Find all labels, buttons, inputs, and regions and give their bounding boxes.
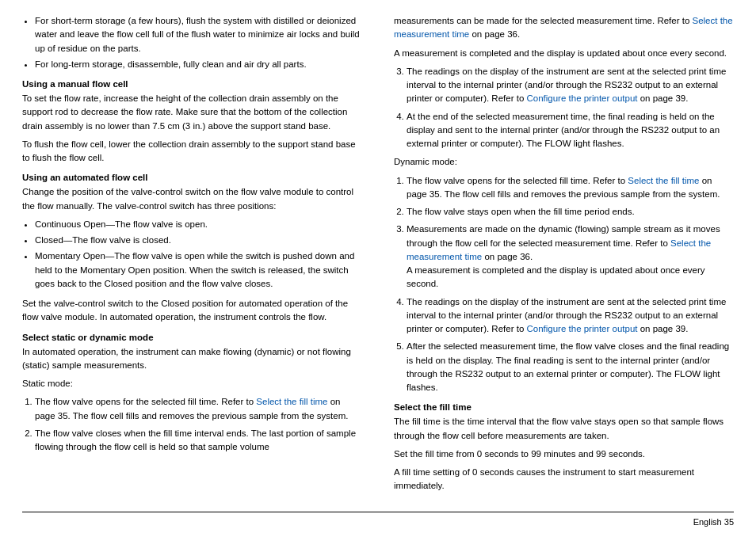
list-item-text: At the end of the selected measurement t… xyxy=(407,112,720,149)
static-mode-label: Static mode: xyxy=(22,377,362,390)
fill-time-heading: Select the fill time xyxy=(394,402,734,412)
list-item: The flow valve closes when the fill time… xyxy=(35,427,362,455)
section1-heading: Using a manual flow cell xyxy=(22,79,362,89)
configure-printer-link-2[interactable]: Configure the printer output xyxy=(526,324,637,333)
list-item: The readings on the display of the instr… xyxy=(407,65,734,106)
bullet-item: For short-term storage (a few hours), fl… xyxy=(35,14,362,55)
section2-heading: Using an automated flow cell xyxy=(22,173,362,182)
section1-para1: To set the flow rate, increase the heigh… xyxy=(22,92,362,133)
right-intro-text1: measurements can be made for the selecte… xyxy=(394,16,693,25)
section3-heading: Select static or dynamic mode xyxy=(22,333,362,342)
bullet-item: For long-term storage, disassemble, full… xyxy=(35,58,362,71)
list-item-text2: on page 36. xyxy=(482,252,533,261)
fill-time-para3: A fill time setting of 0 seconds causes … xyxy=(394,466,734,493)
fill-time-para2: Set the fill time from 0 seconds to 99 m… xyxy=(394,447,734,461)
page-footer: English 35 xyxy=(22,512,734,533)
list-item: Measurements are made on the dynamic (fl… xyxy=(407,223,734,291)
list-item: The flow valve stays open when the fill … xyxy=(407,205,734,219)
list-item: After the selected measurement time, the… xyxy=(407,340,734,394)
bullet-item: Closed—The flow valve is closed. xyxy=(35,234,362,247)
list-item-text: The flow valve stays open when the fill … xyxy=(407,207,635,216)
select-fill-time-link-2[interactable]: Select the fill time xyxy=(628,176,699,185)
list-item-text: The flow valve opens for the selected fi… xyxy=(407,176,628,185)
select-fill-time-link[interactable]: Select the fill time xyxy=(256,397,327,406)
page: For short-term storage (a few hours), fl… xyxy=(0,0,756,533)
list-item-text2: on page 39. xyxy=(638,324,689,333)
list-item: The readings on the display of the instr… xyxy=(407,295,734,337)
list-item-text: After the selected measurement time, the… xyxy=(407,341,729,392)
list-item-text: The flow valve closes when the fill time… xyxy=(35,428,356,451)
top-bullets: For short-term storage (a few hours), fl… xyxy=(35,14,362,71)
bullet-item: Continuous Open—The flow valve is open. xyxy=(35,218,362,231)
configure-printer-link-1[interactable]: Configure the printer output xyxy=(526,93,637,103)
section2-para: Change the position of the valve-control… xyxy=(22,185,362,213)
fill-time-para1: The fill time is the time interval that … xyxy=(394,415,734,443)
static-numbered-list: The flow valve opens for the selected fi… xyxy=(35,395,362,454)
footer-text: English 35 xyxy=(693,517,734,527)
top-numbered-list: The readings on the display of the instr… xyxy=(407,65,734,151)
right-column: measurements can be made for the selecte… xyxy=(388,14,734,504)
right-intro-text3: A measurement is completed and the displ… xyxy=(394,47,734,60)
left-column: For short-term storage (a few hours), fl… xyxy=(22,14,368,504)
right-intro: measurements can be made for the selecte… xyxy=(394,14,734,42)
list-item-text3: A measurement is completed and the displ… xyxy=(407,265,705,288)
dynamic-mode-label: Dynamic mode: xyxy=(394,155,734,169)
list-item: The flow valve opens for the selected fi… xyxy=(407,174,734,202)
section2-bullets: Continuous Open—The flow valve is open. … xyxy=(35,218,362,291)
right-intro-text2: on page 36. xyxy=(469,29,520,39)
section3-para: In automated operation, the instrument c… xyxy=(22,345,362,373)
two-column-layout: For short-term storage (a few hours), fl… xyxy=(22,14,734,504)
section1-para2: To flush the flow cell, lower the collec… xyxy=(22,138,362,166)
section2-para2: Set the valve-control switch to the Clos… xyxy=(22,297,362,325)
list-item-text: The flow valve opens for the selected fi… xyxy=(35,397,256,406)
list-item: The flow valve opens for the selected fi… xyxy=(35,395,362,423)
bullet-item: Momentary Open—The flow valve is open wh… xyxy=(35,249,362,291)
list-item-text2: on page 39. xyxy=(638,93,689,103)
dynamic-numbered-list: The flow valve opens for the selected fi… xyxy=(407,174,734,395)
list-item: At the end of the selected measurement t… xyxy=(407,110,734,151)
